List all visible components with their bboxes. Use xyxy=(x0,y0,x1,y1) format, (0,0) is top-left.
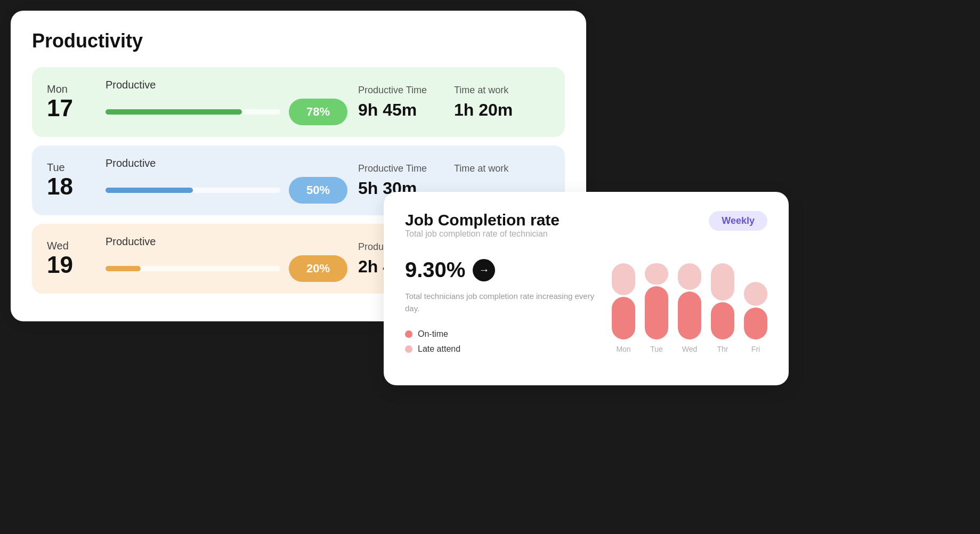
stat-label-prod-time-tue: Productive Time xyxy=(358,163,433,174)
chart-col-mon: Mon xyxy=(612,263,635,353)
bar-wrapper-thr xyxy=(711,263,734,339)
bar-container-tue: 50% xyxy=(106,177,347,204)
day-row-mon: Mon 17 Productive 78% Productive Time 9h… xyxy=(32,67,565,137)
stats-section-mon: Productive Time 9h 45m Time at work 1h 2… xyxy=(358,85,550,120)
bar-bottom-tue xyxy=(645,286,668,339)
job-left-panel: 9.30% → Total technicians job completion… xyxy=(405,258,601,368)
job-card-subtitle: Total job completion rate of technician xyxy=(405,229,560,239)
bar-container-mon: 78% xyxy=(106,99,347,125)
day-number-mon: 17 xyxy=(47,95,95,121)
chart-legend: On-time Late attend xyxy=(405,329,601,354)
percent-badge-wed: 20% xyxy=(289,255,347,282)
day-number-wed: 19 xyxy=(47,252,95,278)
productive-section-wed: Productive 20% xyxy=(95,236,358,282)
bar-top-thr xyxy=(711,263,734,301)
percent-badge-mon: 78% xyxy=(289,99,347,125)
stat-block-work-time-mon: Time at work 1h 20m xyxy=(454,85,529,120)
productive-label-mon: Productive xyxy=(106,79,347,91)
weekly-badge[interactable]: Weekly xyxy=(709,211,767,231)
chart-label-wed: Wed xyxy=(682,345,698,353)
bar-bottom-thr xyxy=(711,302,734,339)
bar-bottom-fri xyxy=(744,308,767,339)
chart-label-tue: Tue xyxy=(650,345,663,353)
day-name-mon: Mon xyxy=(47,83,95,95)
bar-top-wed xyxy=(678,263,701,290)
chart-col-fri: Fri xyxy=(744,282,767,353)
bar-top-fri xyxy=(744,282,767,306)
day-info-mon: Mon 17 xyxy=(47,83,95,121)
stat-label-work-time-mon: Time at work xyxy=(454,85,529,96)
bar-bottom-wed xyxy=(678,292,701,339)
chart-col-thr: Thr xyxy=(711,263,734,353)
progress-fill-mon xyxy=(106,109,242,115)
legend-dot-on-time xyxy=(405,330,412,338)
chart-label-thr: Thr xyxy=(717,345,728,353)
job-card-header: Job Completion rate Total job completion… xyxy=(405,211,767,254)
legend-label-on-time: On-time xyxy=(418,329,448,339)
legend-dot-late xyxy=(405,345,412,353)
rate-row: 9.30% → xyxy=(405,258,601,282)
progress-track-tue xyxy=(106,188,280,193)
stat-label-work-time-tue: Time at work xyxy=(454,163,529,174)
productive-label-tue: Productive xyxy=(106,157,347,169)
day-number-tue: 18 xyxy=(47,174,95,199)
bar-top-mon xyxy=(612,263,635,295)
progress-track-wed xyxy=(106,266,280,271)
bar-wrapper-mon xyxy=(612,263,635,339)
stat-block-prod-time-mon: Productive Time 9h 45m xyxy=(358,85,433,120)
job-completion-card: Job Completion rate Total job completion… xyxy=(384,192,789,385)
progress-fill-wed xyxy=(106,266,141,271)
job-card-title: Job Completion rate xyxy=(405,211,560,229)
chart-label-fri: Fri xyxy=(751,345,760,353)
bar-wrapper-tue xyxy=(645,263,668,339)
legend-item-late: Late attend xyxy=(405,344,601,354)
chart-col-tue: Tue xyxy=(645,263,668,353)
stat-value-work-time-mon: 1h 20m xyxy=(454,100,529,120)
bar-wrapper-wed xyxy=(678,263,701,339)
bar-container-wed: 20% xyxy=(106,255,347,282)
day-info-tue: Tue 18 xyxy=(47,161,95,199)
progress-fill-tue xyxy=(106,188,193,193)
productive-section-mon: Productive 78% xyxy=(95,79,358,125)
bar-wrapper-fri xyxy=(744,282,767,339)
productive-label-wed: Productive xyxy=(106,236,347,248)
day-name-wed: Wed xyxy=(47,240,95,252)
productive-section-tue: Productive 50% xyxy=(95,157,358,204)
productivity-title: Productivity xyxy=(32,30,565,52)
percent-badge-tue: 50% xyxy=(289,177,347,204)
bar-bottom-mon xyxy=(612,297,635,339)
legend-label-late: Late attend xyxy=(418,344,460,354)
progress-track-mon xyxy=(106,109,280,115)
stat-value-prod-time-mon: 9h 45m xyxy=(358,100,433,120)
day-info-wed: Wed 19 xyxy=(47,240,95,278)
arrow-circle-icon: → xyxy=(473,259,495,281)
rate-value: 9.30% xyxy=(405,258,465,282)
rate-description: Total technicians job completion rate in… xyxy=(405,290,601,314)
chart-label-mon: Mon xyxy=(616,345,630,353)
chart-col-wed: Wed xyxy=(678,263,701,353)
legend-item-on-time: On-time xyxy=(405,329,601,339)
job-card-body: 9.30% → Total technicians job completion… xyxy=(405,258,767,368)
bar-top-tue xyxy=(645,263,668,285)
day-name-tue: Tue xyxy=(47,161,95,174)
job-card-title-block: Job Completion rate Total job completion… xyxy=(405,211,560,254)
stat-label-prod-time-mon: Productive Time xyxy=(358,85,433,96)
bar-chart: MonTueWedThrFri xyxy=(612,258,767,368)
